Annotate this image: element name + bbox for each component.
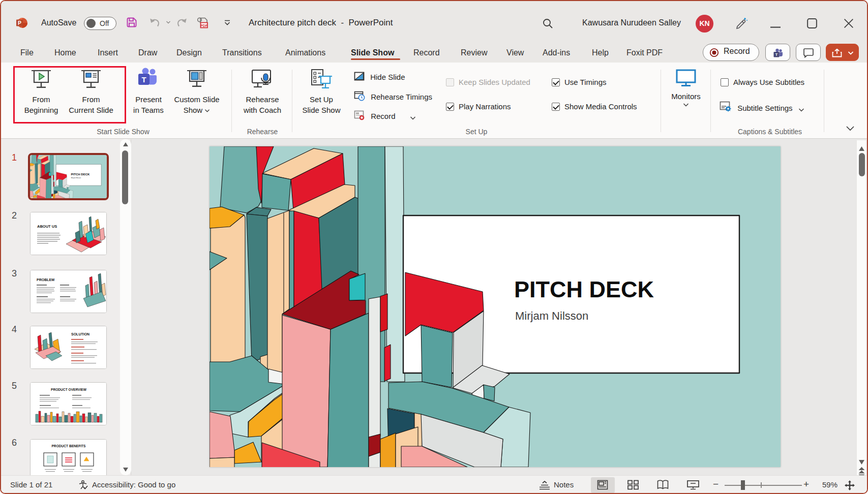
svg-text:SOLUTION: SOLUTION	[71, 332, 89, 336]
svg-text:ABOUT US: ABOUT US	[37, 224, 57, 229]
svg-text:PRODUCT OVERVIEW: PRODUCT OVERVIEW	[51, 388, 87, 391]
svg-text:P: P	[18, 20, 21, 26]
svg-text:T: T	[141, 75, 146, 84]
svg-text:PRODUCT BENEFITS: PRODUCT BENEFITS	[51, 444, 86, 448]
svg-text:PDF: PDF	[200, 24, 208, 27]
svg-text:T: T	[775, 52, 778, 57]
svg-text:PROBLEM: PROBLEM	[37, 278, 54, 282]
